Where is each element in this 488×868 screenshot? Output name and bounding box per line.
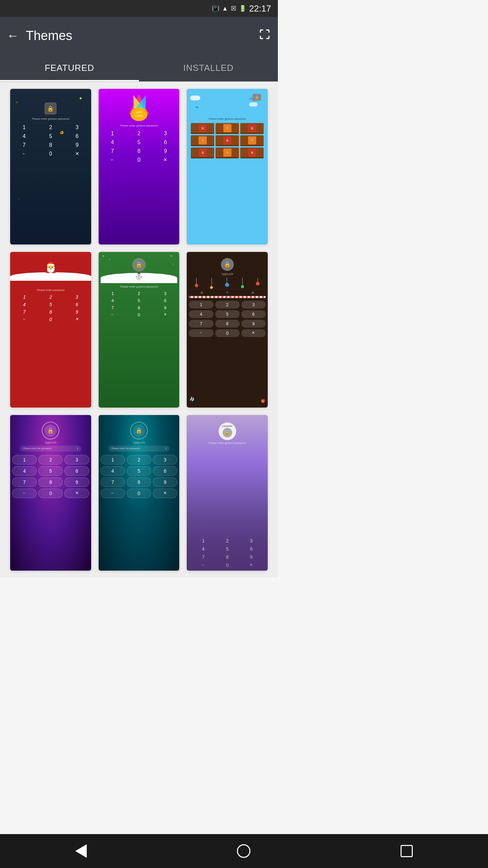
prompt-area-8: Please enter the password ℹ [108, 446, 169, 452]
key-2-6: 6 [154, 139, 177, 145]
theme-card-9[interactable]: Lavender 🔒 Please enter gesture password… [187, 415, 268, 571]
key-7-0: 0 [38, 489, 63, 498]
app-bar-left: ← Themes [7, 28, 72, 43]
key-4-1: 1 [12, 294, 37, 300]
lock-circle-7: 🔒 [42, 422, 59, 439]
tab-featured[interactable]: FEATURED [0, 54, 139, 81]
key-4-8: 8 [39, 309, 63, 315]
key-7-6: 6 [64, 466, 89, 476]
key-1-3: 3 [65, 124, 89, 131]
key-2-del: ✕ [154, 157, 177, 163]
wifi-icon: ▲ [222, 5, 228, 12]
theme-card-5[interactable]: ❄ ❄ ❄ 🔒 ♪ ⛄ Please enter gesture passwor… [99, 252, 180, 408]
key-5-3: 3 [153, 291, 178, 296]
theme-2-graphic: APPLOCK [101, 92, 178, 123]
key-8-5: 5 [127, 466, 151, 476]
key-8-9: 9 [153, 477, 177, 487]
info-icon-7: ℹ [77, 447, 78, 450]
key-6-5: 5 [215, 310, 240, 318]
key-4-4: 4 [12, 302, 37, 307]
key-7-1: 1 [12, 455, 37, 465]
key-5-9: 9 [153, 305, 178, 310]
key-8-del: ✕ [153, 489, 177, 498]
key-8-back: ← [101, 489, 125, 498]
lock-circle-8: 🔒 [130, 422, 148, 439]
key-1-4: 4 [12, 133, 36, 139]
key-4-3: 3 [65, 294, 89, 300]
key-8-6: 6 [153, 466, 177, 476]
key-2-0: 0 [127, 157, 151, 163]
key-5-7: 7 [101, 305, 125, 310]
key-7-2: 2 [38, 455, 63, 465]
key-2-7: 7 [101, 148, 124, 154]
prompt-9: Please enter gesture password [209, 441, 246, 445]
applock-label-7: AppLock [45, 441, 57, 444]
key-1-8: 8 [39, 142, 62, 148]
key-4-2: 2 [39, 294, 63, 300]
key-7-back: ← [12, 489, 37, 498]
key-1-0: 0 [39, 151, 62, 157]
lock-icon-1: 🔒 [44, 102, 57, 115]
key-8-8: 8 [127, 477, 151, 487]
key-6-2: 2 [215, 301, 240, 309]
prompt-5: Please enter gesture password [120, 285, 158, 288]
key-4-6: 6 [65, 302, 89, 307]
theme-card-6[interactable]: 🔒 AppLock ❄ ❄ ❄ 1 2 3 4 [187, 252, 268, 408]
key-7-3: 3 [64, 455, 89, 465]
key-6-1: 1 [189, 301, 213, 309]
key-2-9: 9 [154, 148, 177, 154]
key-5-5: 5 [127, 298, 151, 303]
key-4-5: 5 [39, 302, 63, 307]
key-2-3: 3 [154, 131, 177, 137]
bottom-nav [0, 834, 278, 868]
nav-back-button[interactable] [75, 844, 87, 858]
key-1-back: ← [12, 151, 36, 157]
key-5-1: 1 [101, 291, 125, 296]
key-7-del: ✕ [64, 489, 89, 498]
key-5-2: 2 [127, 291, 151, 296]
key-8-4: 4 [101, 466, 125, 476]
key-8-1: 1 [101, 455, 125, 465]
crop-icon[interactable] [258, 28, 271, 44]
key-8-0: 0 [127, 489, 151, 498]
prompt-area-7: Please enter the password ℹ [20, 446, 81, 452]
bottom-spacer [0, 577, 278, 611]
key-2-5: 5 [127, 139, 151, 145]
key-6-0: 0 [215, 329, 240, 337]
theme-card-7[interactable]: 🔒 AppLock Please enter the password ℹ 1 … [10, 415, 91, 571]
key-5-back: ← [101, 312, 125, 317]
key-7-7: 7 [12, 477, 37, 487]
theme-card-1[interactable]: ✦ ↗ ↖ → 🔒 Please enter gesture password … [10, 89, 91, 244]
nav-home-button[interactable] [237, 844, 250, 858]
key-6-del: ✕ [241, 329, 266, 337]
key-8-3: 3 [153, 455, 177, 465]
prompt-2: Please enter gesture password [120, 124, 158, 127]
back-button[interactable]: ← [7, 28, 19, 43]
key-1-2: 2 [39, 124, 62, 131]
theme-card-3[interactable]: 🔒 🐟 🐟 Please enter gesture password 🔒 🔒 … [187, 89, 268, 244]
key-7-9: 9 [64, 477, 89, 487]
lock-6: 🔒 [221, 258, 234, 271]
key-8-2: 2 [127, 455, 151, 465]
key-7-8: 8 [38, 477, 63, 487]
theme-card-4[interactable]: 🎅 Please enter password 1 2 3 4 5 6 7 8 … [10, 252, 91, 408]
key-5-4: 4 [101, 298, 125, 303]
theme-card-2[interactable]: APPLOCK Please enter gesture password 1 … [99, 89, 180, 244]
key-1-9: 9 [65, 142, 89, 148]
tab-installed[interactable]: INSTALLED [139, 54, 278, 81]
key-6-9: 9 [241, 320, 266, 328]
theme-card-8[interactable]: 🔒 AppLock Please enter the password ℹ 1 … [99, 415, 180, 571]
tab-bar: FEATURED INSTALLED [0, 54, 278, 81]
vibrate-icon: 📳 [212, 5, 219, 12]
key-5-del: ✕ [153, 312, 178, 317]
applock-label-6: AppLock [221, 272, 233, 276]
prompt-3: Please enter gesture password [209, 117, 246, 120]
status-time: 22:17 [249, 3, 271, 14]
theme-grid: ✦ ↗ ↖ → 🔒 Please enter gesture password … [0, 82, 278, 577]
key-2-back: ← [101, 157, 124, 163]
key-4-9: 9 [65, 309, 89, 315]
lock-5: 🔒 [132, 258, 146, 272]
prompt-7: Please enter the password [23, 447, 52, 450]
key-4-back: ← [12, 317, 37, 322]
key-5-8: 8 [127, 305, 151, 310]
